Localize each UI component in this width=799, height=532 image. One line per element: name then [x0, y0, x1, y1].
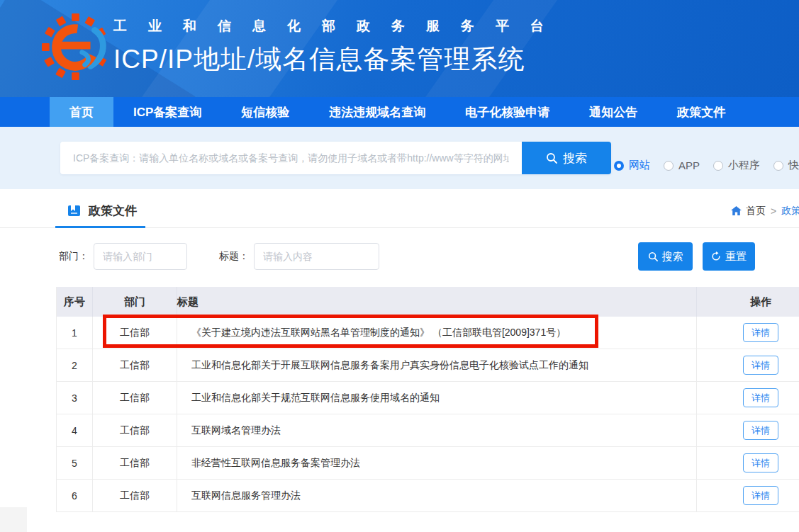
filter-search-button[interactable]: 搜索	[638, 242, 693, 271]
table-row: 6 工信部 互联网信息服务管理办法 详情	[57, 480, 799, 512]
radio-label: APP	[678, 159, 700, 171]
radio-icon	[713, 161, 723, 171]
breadcrumb-current[interactable]: 政策文件	[781, 205, 799, 217]
top-banner: 工业和信息化部政务服务平台 ICP/IP地址/域名信息备案管理系统	[0, 0, 799, 97]
table-row: 4 工信部 互联网域名管理办法 详情	[57, 414, 799, 447]
row-title: 非经营性互联网信息服务备案管理办法	[177, 447, 697, 479]
detail-button[interactable]: 详情	[743, 486, 778, 505]
nav-item-icp-query[interactable]: ICP备案查询	[113, 97, 221, 127]
row-title: 工业和信息化部关于开展互联网信息服务备案用户真实身份信息电子化核验试点工作的通知	[177, 349, 697, 381]
nav-item-home[interactable]: 首页	[50, 97, 113, 127]
page-title: ICP/IP地址/域名信息备案管理系统	[113, 42, 565, 77]
breadcrumb-separator: >	[771, 205, 776, 217]
main-nav: 首页 ICP备案查询 短信核验 违法违规域名查询 电子化核验申请 通知公告 政策…	[0, 97, 799, 127]
nav-item-notices[interactable]: 通知公告	[569, 97, 657, 127]
icp-search-input[interactable]	[60, 142, 522, 174]
table-row: 5 工信部 非经营性互联网信息服务备案管理办法 详情	[57, 447, 799, 480]
site-brand: 工业和信息化部政务服务平台 ICP/IP地址/域名信息备案管理系统	[113, 17, 565, 77]
row-title: 互联网信息服务管理办法	[177, 480, 697, 511]
row-dept: 工信部	[93, 447, 177, 479]
row-dept: 工信部	[93, 382, 177, 414]
row-dept: 工信部	[93, 414, 177, 446]
radio-label: 网站	[629, 159, 650, 172]
detail-button[interactable]: 详情	[743, 388, 778, 407]
row-index: 5	[57, 447, 93, 479]
radio-label: 小程序	[728, 159, 760, 172]
section-title-label: 政策文件	[89, 203, 137, 219]
row-title: 《关于建立境内违法互联网站黑名单管理制度的通知》 （工信部联电管[2009]37…	[177, 317, 697, 349]
row-index: 6	[57, 480, 93, 511]
section-title: 政策文件	[67, 203, 137, 219]
icp-search-box: 搜索	[60, 142, 611, 174]
breadcrumb-home-label: 首页	[746, 205, 766, 217]
section-header: 政策文件 首页 > 政策文件	[0, 189, 799, 228]
nav-item-sms-verify[interactable]: 短信核验	[221, 97, 309, 127]
icp-search-section: 搜索 网站 APP 小程序 快应用	[0, 127, 799, 189]
dept-filter-input[interactable]	[94, 243, 187, 270]
radio-selected-icon	[614, 161, 624, 171]
row-index: 3	[57, 382, 93, 414]
filter-reset-button[interactable]: 重置	[703, 242, 755, 271]
search-type-radio-group: 网站 APP 小程序 快应用	[614, 159, 799, 172]
nav-item-e-verify-apply[interactable]: 电子化核验申请	[445, 97, 569, 127]
search-icon	[648, 251, 658, 261]
title-filter-input[interactable]	[254, 243, 379, 270]
home-icon	[731, 206, 742, 216]
title-filter-label: 标题：	[219, 250, 249, 263]
filter-search-label: 搜索	[662, 250, 683, 264]
detail-button[interactable]: 详情	[743, 421, 778, 440]
policy-table: 序号 部门 标题 操作 1 工信部 《关于建立境内违法互联网站黑名单管理制度的通…	[56, 287, 799, 512]
radio-website[interactable]: 网站	[614, 159, 650, 172]
breadcrumb: 首页 > 政策文件	[731, 205, 799, 217]
radio-icon	[773, 161, 783, 171]
col-header-action: 操作	[697, 287, 799, 317]
breadcrumb-home-link[interactable]: 首页	[731, 205, 766, 217]
radio-quick-app[interactable]: 快应用	[773, 159, 799, 172]
row-dept: 工信部	[93, 480, 177, 511]
row-dept: 工信部	[93, 317, 177, 349]
col-header-dept: 部门	[93, 287, 177, 317]
radio-app[interactable]: APP	[664, 159, 700, 171]
radio-icon	[664, 161, 674, 171]
refresh-icon	[711, 251, 721, 261]
row-index: 4	[57, 414, 93, 446]
icp-search-button[interactable]: 搜索	[522, 142, 611, 174]
row-index: 2	[57, 349, 93, 381]
nav-item-illegal-domain-query[interactable]: 违法违规域名查询	[309, 97, 445, 127]
row-title: 互联网域名管理办法	[177, 414, 697, 446]
detail-button[interactable]: 详情	[743, 453, 778, 472]
table-header-row: 序号 部门 标题 操作	[57, 287, 799, 317]
col-header-index: 序号	[57, 287, 93, 317]
detail-button[interactable]: 详情	[743, 323, 778, 342]
radio-label: 快应用	[788, 159, 799, 172]
table-row: 2 工信部 工业和信息化部关于开展互联网信息服务备案用户真实身份信息电子化核验试…	[57, 349, 799, 382]
row-index: 1	[57, 317, 93, 349]
row-dept: 工信部	[93, 349, 177, 381]
col-header-title: 标题	[177, 287, 697, 317]
filter-bar: 部门： 标题：	[59, 242, 379, 271]
dept-filter-label: 部门：	[59, 250, 89, 263]
table-row: 3 工信部 工业和信息化部关于规范互联网信息服务使用域名的通知 详情	[57, 382, 799, 414]
page-gutter	[0, 507, 27, 532]
filter-reset-label: 重置	[725, 250, 747, 264]
search-icon	[546, 152, 557, 164]
row-title: 工业和信息化部关于规范互联网信息服务使用域名的通知	[177, 382, 697, 414]
active-tab-underline	[55, 226, 145, 228]
search-button-label: 搜索	[563, 150, 587, 166]
detail-button[interactable]: 详情	[743, 356, 778, 375]
policy-file-icon	[67, 204, 81, 217]
nav-item-policy-files[interactable]: 政策文件	[657, 97, 745, 127]
radio-mini-program[interactable]: 小程序	[713, 159, 760, 172]
brand-subtitle: 工业和信息化部政务服务平台	[113, 17, 565, 35]
table-row: 1 工信部 《关于建立境内违法互联网站黑名单管理制度的通知》 （工信部联电管[2…	[57, 317, 799, 349]
miit-logo-icon	[40, 12, 110, 81]
